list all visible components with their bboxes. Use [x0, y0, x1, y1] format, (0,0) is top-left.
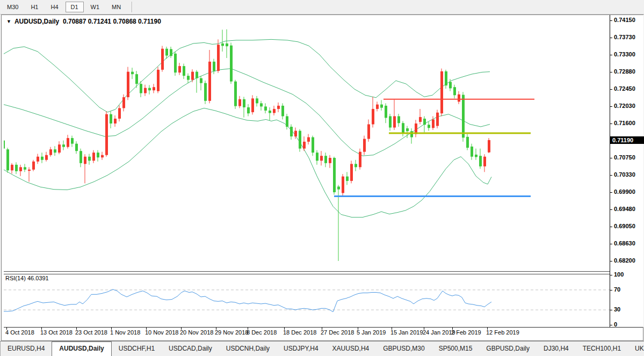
- timeframe-button-h4[interactable]: H4: [45, 2, 63, 12]
- candle-body: [462, 95, 465, 138]
- price-tick-mark: [610, 209, 612, 210]
- date-tick-label: 18 Dec 2018: [283, 329, 316, 336]
- candle-body: [354, 164, 357, 167]
- candle-body: [54, 149, 56, 152]
- chart-tab-uko[interactable]: UKO: [628, 342, 644, 356]
- chart-tab-tech100-h1[interactable]: TECH100,H1: [576, 342, 628, 356]
- price-tick-mark: [610, 89, 612, 90]
- candle-body: [178, 66, 181, 72]
- price-tick-mark: [610, 261, 612, 261]
- candle-body: [453, 87, 456, 95]
- candle-body: [286, 116, 288, 127]
- price-tick-mark: [610, 158, 612, 158]
- chart-tab-gbpusd-daily[interactable]: GBPUSD,Daily: [479, 342, 537, 356]
- rsi-line: [4, 289, 491, 312]
- chart-tab-usdjpy-h4[interactable]: USDJPY,H4: [277, 342, 325, 356]
- candle-body: [423, 119, 426, 125]
- date-tick-label: 20 Nov 2018: [180, 329, 213, 336]
- candle-body: [367, 125, 370, 139]
- chart-tab-sp500-m15[interactable]: SP500,M15: [432, 342, 480, 356]
- bollinger-upper-band: [4, 39, 490, 112]
- candle-body: [49, 149, 52, 155]
- rsi-tick-label: 30: [614, 306, 620, 313]
- candle-body: [342, 177, 344, 193]
- candle-body: [376, 105, 379, 109]
- chart-tabbar: EURUSD,H4AUDUSD,DailyUSDCHF,H1USDCAD,Dai…: [0, 341, 644, 356]
- chart-tab-gbpusd-m30[interactable]: GBPUSD,M30: [376, 342, 431, 356]
- candle-body: [380, 105, 383, 108]
- candle-body: [88, 157, 91, 161]
- candle-body: [458, 95, 460, 102]
- candle-body: [200, 78, 202, 83]
- candle-body: [19, 167, 22, 171]
- price-tick-label: 0.72880: [614, 68, 635, 75]
- candle-body: [62, 144, 65, 147]
- timeframe-button-m30[interactable]: M30: [2, 2, 24, 12]
- bollinger-lower-band: [4, 108, 491, 217]
- chart-tab-usdchf-h1[interactable]: USDCHF,H1: [112, 342, 162, 356]
- candle-body: [273, 109, 276, 113]
- date-tick-label: 4 Oct 2018: [5, 329, 34, 336]
- current-price-badge: 0.71190: [610, 136, 644, 144]
- candle-body: [479, 156, 482, 166]
- candle-body: [92, 152, 95, 161]
- candle-body: [58, 144, 61, 152]
- candle-body: [363, 139, 366, 152]
- candle-body: [105, 114, 108, 155]
- candle-body: [208, 62, 211, 101]
- date-tick-label: 1 Nov 2018: [110, 329, 140, 336]
- price-tick-label: 0.72030: [614, 103, 635, 109]
- rsi-pane[interactable]: [4, 273, 610, 327]
- candle-body: [393, 116, 396, 127]
- candle-body: [97, 152, 99, 157]
- chart-tab-audusd-daily[interactable]: AUDUSD,Daily: [52, 342, 111, 356]
- candle-body: [15, 165, 18, 171]
- toolbar-separator: [132, 2, 133, 12]
- chart-tab-usdcnh-daily[interactable]: USDCNH,Daily: [219, 342, 277, 356]
- candle-body: [243, 99, 245, 107]
- date-tick-label: 13 Oct 2018: [40, 329, 73, 336]
- date-tick-label: 29 Nov 2018: [215, 329, 248, 336]
- candle-body: [290, 127, 293, 136]
- chart-tab-eurusd-h4[interactable]: EURUSD,H4: [1, 342, 52, 356]
- chart-tab-dj30-h4[interactable]: DJ30,H4: [537, 342, 576, 356]
- candle-body: [157, 70, 160, 91]
- candle-body: [221, 43, 224, 46]
- price-tick-label: 0.69900: [614, 188, 635, 195]
- candle-body: [161, 49, 164, 70]
- candle-body: [419, 117, 422, 122]
- timeframe-button-w1[interactable]: W1: [85, 2, 105, 12]
- date-tick-label: 12 Feb 2019: [486, 329, 519, 336]
- date-tick-label: 5 Jan 2019: [357, 329, 386, 336]
- candle-body: [449, 82, 452, 88]
- candle-body: [67, 138, 69, 147]
- candle-body: [316, 152, 319, 161]
- candle-body: [234, 82, 237, 106]
- candle-body: [122, 97, 125, 108]
- candle-body: [135, 74, 138, 84]
- timeframe-button-h1[interactable]: H1: [25, 2, 44, 12]
- candle-body: [140, 84, 142, 93]
- candle-body: [432, 119, 435, 128]
- price-tick-label: 0.70330: [614, 171, 635, 178]
- date-tick-label: 27 Dec 2018: [321, 329, 354, 336]
- candle-body: [170, 49, 172, 56]
- candle-body: [153, 87, 155, 90]
- chart-title: ▼AUDUSD,Daily 0.70887 0.71241 0.70868 0.…: [6, 18, 161, 25]
- timeframe-button-d1[interactable]: D1: [66, 2, 84, 12]
- price-tick-mark: [610, 175, 612, 176]
- price-chart-pane[interactable]: [4, 16, 610, 272]
- candle-body: [114, 119, 117, 123]
- candle-body: [260, 103, 263, 106]
- timeframe-button-mn[interactable]: MN: [106, 2, 126, 12]
- candle-body: [346, 177, 349, 181]
- chart-tab-usdcad-daily[interactable]: USDCAD,Daily: [162, 342, 219, 356]
- chart-tab-xauusd-h4[interactable]: XAUUSD,H4: [325, 342, 377, 356]
- candle-body: [397, 116, 400, 123]
- candle-body: [410, 131, 413, 137]
- timeframe-toolbar: M30H1H4D1W1MN: [0, 0, 644, 14]
- candle-body: [312, 137, 314, 153]
- price-tick-mark: [610, 106, 612, 107]
- price-tick-label: 0.73730: [614, 34, 635, 40]
- candle-body: [445, 71, 447, 85]
